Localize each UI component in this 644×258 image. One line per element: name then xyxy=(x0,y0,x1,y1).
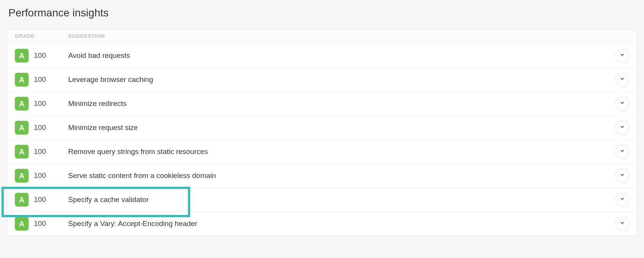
chevron-down-icon xyxy=(620,52,625,59)
insights-panel: GRADE SUGGESTION A 100 Avoid bad request… xyxy=(7,29,637,236)
grade-cell: A 100 xyxy=(15,73,68,87)
expand-button[interactable] xyxy=(615,121,629,135)
expand-button[interactable] xyxy=(615,169,629,183)
suggestion-text: Minimize redirects xyxy=(68,99,615,108)
table-row[interactable]: A 100 Specify a Vary: Accept-Encoding he… xyxy=(7,212,637,236)
chevron-down-icon xyxy=(620,196,625,203)
expand-button[interactable] xyxy=(615,49,629,62)
grade-badge: A xyxy=(15,73,29,87)
suggestion-text: Specify a Vary: Accept-Encoding header xyxy=(68,220,615,228)
grade-badge: A xyxy=(15,49,29,62)
suggestion-text: Leverage browser caching xyxy=(68,75,615,84)
table-row[interactable]: A 100 Specify a cache validator xyxy=(7,188,637,212)
grade-badge: A xyxy=(15,169,29,183)
grade-badge: A xyxy=(15,145,29,159)
grade-score: 100 xyxy=(34,147,46,156)
chevron-down-icon xyxy=(620,124,625,131)
expand-button[interactable] xyxy=(615,145,629,159)
table-row[interactable]: A 100 Minimize request size xyxy=(7,116,637,140)
table-header: GRADE SUGGESTION xyxy=(7,29,637,44)
grade-badge: A xyxy=(15,97,29,111)
expand-button[interactable] xyxy=(615,193,629,207)
table-row[interactable]: A 100 Minimize redirects xyxy=(7,92,637,116)
grade-cell: A 100 xyxy=(15,97,68,111)
suggestion-text: Remove query strings from static resourc… xyxy=(68,147,615,156)
grade-badge: A xyxy=(15,217,29,231)
table-row[interactable]: A 100 Avoid bad requests xyxy=(7,44,637,68)
grade-score: 100 xyxy=(34,220,46,228)
chevron-down-icon xyxy=(620,76,625,83)
suggestion-text: Avoid bad requests xyxy=(68,51,615,60)
chevron-down-icon xyxy=(620,220,625,227)
grade-score: 100 xyxy=(34,123,46,132)
table-row[interactable]: A 100 Remove query strings from static r… xyxy=(7,140,637,164)
grade-score: 100 xyxy=(34,99,46,108)
grade-cell: A 100 xyxy=(15,121,68,135)
column-header-suggestion: SUGGESTION xyxy=(68,33,105,39)
chevron-down-icon xyxy=(620,100,625,107)
grade-cell: A 100 xyxy=(15,193,68,207)
grade-cell: A 100 xyxy=(15,49,68,62)
suggestion-text: Serve static content from a cookieless d… xyxy=(68,171,615,180)
grade-score: 100 xyxy=(34,196,46,204)
suggestion-text: Specify a cache validator xyxy=(68,196,615,204)
suggestion-text: Minimize request size xyxy=(68,123,615,132)
chevron-down-icon xyxy=(620,172,625,179)
grade-score: 100 xyxy=(34,75,46,84)
grade-badge: A xyxy=(15,121,29,135)
grade-score: 100 xyxy=(34,51,46,60)
grade-cell: A 100 xyxy=(15,217,68,231)
grade-score: 100 xyxy=(34,171,46,180)
page-title: Performance insights xyxy=(8,7,637,19)
chevron-down-icon xyxy=(620,148,625,155)
grade-cell: A 100 xyxy=(15,145,68,159)
table-row[interactable]: A 100 Leverage browser caching xyxy=(7,68,637,92)
grade-cell: A 100 xyxy=(15,169,68,183)
expand-button[interactable] xyxy=(615,217,629,231)
grade-badge: A xyxy=(15,193,29,207)
expand-button[interactable] xyxy=(615,73,629,87)
table-row[interactable]: A 100 Serve static content from a cookie… xyxy=(7,164,637,188)
column-header-grade: GRADE xyxy=(15,33,68,39)
expand-button[interactable] xyxy=(615,97,629,111)
